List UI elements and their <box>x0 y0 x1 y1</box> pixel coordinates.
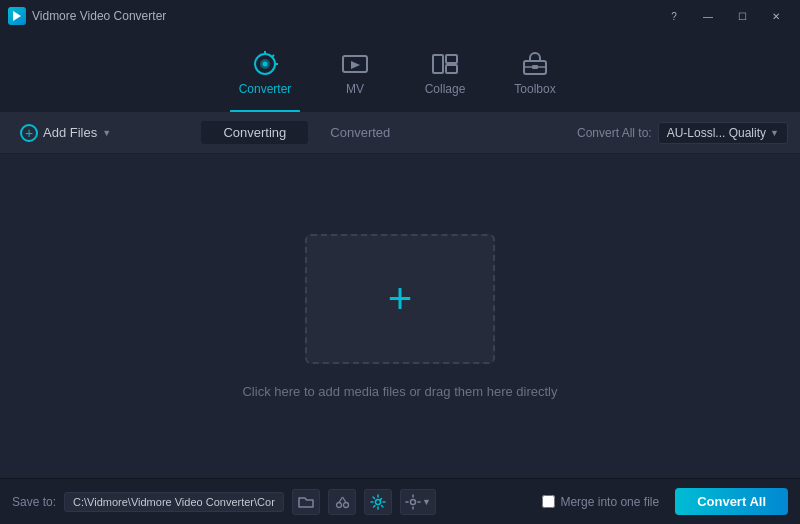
tab-collage[interactable]: Collage <box>400 40 490 112</box>
add-files-label: Add Files <box>43 125 97 140</box>
format-arrow-icon: ▼ <box>770 128 779 138</box>
add-circle-icon: + <box>20 124 38 142</box>
drop-hint: Click here to add media files or drag th… <box>242 384 557 399</box>
svg-point-15 <box>336 503 341 508</box>
footer: Save to: ▼ Merge into one file Convert A… <box>0 478 800 524</box>
tab-mv[interactable]: MV <box>310 40 400 112</box>
svg-point-20 <box>411 499 416 504</box>
window-controls: ? — ☐ ✕ <box>658 6 792 26</box>
converter-icon <box>249 50 281 78</box>
nav-tabs: Converter MV Collage <box>0 32 800 112</box>
minimize-button[interactable]: — <box>692 6 724 26</box>
svg-line-17 <box>339 497 343 503</box>
app-title: Vidmore Video Converter <box>32 9 658 23</box>
close-button[interactable]: ✕ <box>760 6 792 26</box>
svg-point-16 <box>343 503 348 508</box>
convert-all-to-label: Convert All to: <box>577 126 652 140</box>
main-content: + Click here to add media files or drag … <box>0 154 800 478</box>
tab-converter-label: Converter <box>239 82 292 96</box>
svg-line-5 <box>272 55 274 57</box>
plus-icon: + <box>388 278 413 320</box>
svg-line-18 <box>342 497 346 503</box>
save-to-label: Save to: <box>12 495 56 509</box>
drop-zone[interactable]: + <box>305 234 495 364</box>
converted-tab[interactable]: Converted <box>308 121 412 144</box>
merge-checkbox-area: Merge into one file <box>542 495 659 509</box>
mv-icon <box>339 50 371 78</box>
svg-marker-8 <box>351 61 360 69</box>
add-files-button[interactable]: + Add Files ▼ <box>12 120 119 146</box>
status-tabs: Converting Converted <box>201 121 412 144</box>
format-dropdown[interactable]: AU-Lossl... Quality ▼ <box>658 122 788 144</box>
save-path-input[interactable] <box>64 492 284 512</box>
tab-toolbox[interactable]: Toolbox <box>490 40 580 112</box>
collage-icon <box>429 50 461 78</box>
cut-button[interactable] <box>328 489 356 515</box>
options-button[interactable]: ▼ <box>400 489 436 515</box>
tab-mv-label: MV <box>346 82 364 96</box>
svg-marker-0 <box>13 11 21 21</box>
tab-toolbox-label: Toolbox <box>514 82 555 96</box>
toolbox-icon <box>519 50 551 78</box>
tab-collage-label: Collage <box>425 82 466 96</box>
convert-all-to: Convert All to: AU-Lossl... Quality ▼ <box>577 122 788 144</box>
svg-rect-14 <box>532 65 538 69</box>
app-icon <box>8 7 26 25</box>
toolbar: + Add Files ▼ Converting Converted Conve… <box>0 112 800 154</box>
tab-converter[interactable]: Converter <box>220 40 310 112</box>
maximize-button[interactable]: ☐ <box>726 6 758 26</box>
svg-rect-11 <box>446 65 457 73</box>
svg-rect-10 <box>446 55 457 63</box>
converting-tab[interactable]: Converting <box>201 121 308 144</box>
format-value: AU-Lossl... Quality <box>667 126 766 140</box>
browse-folder-button[interactable] <box>292 489 320 515</box>
svg-point-3 <box>263 62 268 67</box>
merge-checkbox[interactable] <box>542 495 555 508</box>
convert-all-button[interactable]: Convert All <box>675 488 788 515</box>
merge-label[interactable]: Merge into one file <box>560 495 659 509</box>
svg-rect-9 <box>433 55 443 73</box>
title-bar: Vidmore Video Converter ? — ☐ ✕ <box>0 0 800 32</box>
settings-button[interactable] <box>364 489 392 515</box>
add-files-arrow: ▼ <box>102 128 111 138</box>
help-button[interactable]: ? <box>658 6 690 26</box>
